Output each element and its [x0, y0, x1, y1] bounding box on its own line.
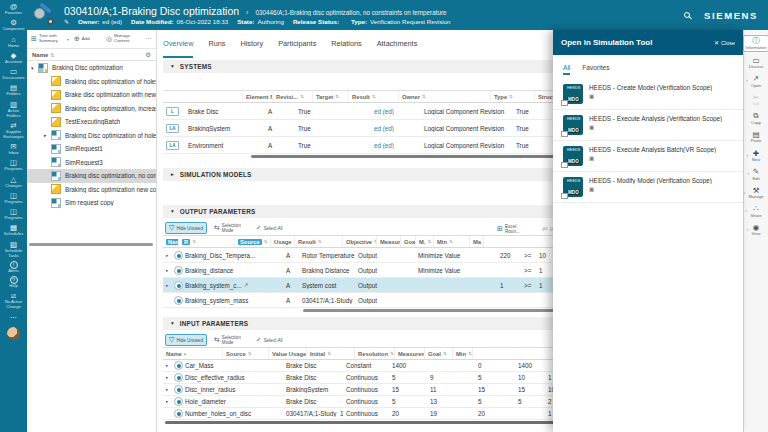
column-header[interactable]: Objective ⇅: [343, 236, 377, 247]
column-header[interactable]: Goal ⇅: [425, 348, 453, 359]
toolbar-button[interactable]: ⇆ Selection Mode: [214, 335, 249, 345]
tool-list-item[interactable]: HEEDS MDO HEEDS - Execute Analysis (Veri…: [553, 110, 743, 141]
column-header[interactable]: Name ▴: [163, 236, 179, 247]
close-button[interactable]: ✕ Close: [714, 39, 735, 46]
tab[interactable]: Runs: [208, 39, 225, 58]
column-header[interactable]: M. ⇅: [416, 236, 434, 247]
expand-caret-icon[interactable]: ▸: [166, 387, 172, 392]
expand-caret-icon[interactable]: ▸: [166, 283, 172, 288]
tab[interactable]: Participants: [278, 39, 316, 58]
command-button[interactable]: ✂ Cut: [751, 93, 762, 108]
toolbar-button[interactable]: ▽ Hide Unused: [165, 334, 207, 346]
tree-item[interactable]: Sim request copy: [27, 196, 156, 210]
add-button[interactable]: ⊕ Add: [74, 35, 90, 43]
tree-item[interactable]: Brake disc optimization with new cost: [27, 88, 156, 102]
column-header[interactable]: Ma: [470, 236, 484, 247]
expand-caret-icon[interactable]: ▸: [166, 268, 172, 273]
column-header[interactable]: Element Name ▴ ⚙: [243, 91, 273, 102]
app-icon[interactable]: [34, 5, 54, 25]
toolbar-button[interactable]: ⇆ Selection Mode: [214, 223, 249, 233]
expand-caret-icon[interactable]: ▸: [166, 363, 172, 368]
command-button[interactable]: ⧉ Copy: [749, 111, 763, 126]
command-button[interactable]: ‹ ∴ Share: [748, 204, 763, 219]
command-button[interactable]: ‹ ✚ New: [750, 149, 762, 164]
sidebar-item[interactable]: ▧ Schedule Tasks: [0, 240, 27, 259]
tab[interactable]: Attachments: [377, 39, 418, 58]
tab[interactable]: Relations: [331, 39, 361, 58]
sidebar-item[interactable]: [0, 324, 27, 340]
expand-caret-icon[interactable]: ▸: [166, 399, 172, 404]
sidebar-item[interactable]: ▭ Discussions: [0, 67, 27, 81]
sidebar-item[interactable]: ? Help: [0, 276, 27, 289]
column-header[interactable]: Min ⇅: [453, 348, 473, 359]
expand-caret-icon[interactable]: ▸: [166, 375, 172, 380]
tree-column-header[interactable]: Name ⇅ ⚙: [27, 49, 156, 61]
column-header[interactable]: Owner ⇅ ⚙: [399, 91, 491, 102]
column-header[interactable]: Target ⇅ ⚙: [313, 91, 349, 102]
sidebar-item[interactable]: ▦ Schedules: [0, 223, 27, 237]
tree-item[interactable]: Braking disc optimization new cost targe…: [27, 183, 156, 197]
column-header[interactable]: Initial ⇅: [307, 348, 355, 359]
sidebar-item[interactable]: ▥ Active Folders: [0, 100, 27, 119]
tool-list-item[interactable]: HEEDS MDO HEEDS - Execute Analysis Batch…: [553, 141, 743, 172]
sidebar-item[interactable]: ⚙ Component: [0, 18, 27, 32]
sidebar-item[interactable]: ⋯: [0, 313, 27, 322]
toolbar-button[interactable]: ▽ Hide Unused: [165, 222, 207, 234]
command-button[interactable]: ▤ Paste: [749, 130, 764, 145]
tree-item[interactable]: SimRequest1: [27, 142, 156, 156]
tree-item[interactable]: Braking disc optimization, no constraint…: [27, 169, 156, 183]
column-config-gear-icon[interactable]: ⚙: [145, 51, 151, 59]
column-header[interactable]: Goal ⇅: [401, 236, 416, 247]
expand-caret-icon[interactable]: ▸: [166, 253, 172, 258]
open-link-icon[interactable]: ↗: [244, 282, 249, 288]
column-header[interactable]: Name ▴: [163, 348, 223, 359]
sidebar-item[interactable]: △ Changes: [0, 175, 27, 189]
tree-item[interactable]: SimRequest3: [27, 156, 156, 170]
tree-item[interactable]: ▾ Braking Disc optimization: [27, 61, 156, 75]
toolbar-button[interactable]: ⊞ Excel Roun...: [497, 224, 532, 234]
panel-tab[interactable]: Favorites: [582, 64, 609, 75]
search-icon[interactable]: [684, 12, 690, 18]
sidebar-item[interactable]: ! Alerts: [0, 261, 27, 274]
owner-link[interactable]: ed (ed): [371, 108, 421, 115]
expand-caret-icon[interactable]: ▸: [44, 132, 51, 138]
column-header[interactable]: Source ⇅: [223, 348, 269, 359]
column-header[interactable]: ⚙: [163, 91, 243, 102]
command-button[interactable]: ▭ Discuss: [747, 56, 766, 71]
column-header[interactable]: Measure... ⇅: [377, 236, 401, 247]
more-button[interactable]: ⋯: [145, 35, 152, 43]
toolbar-button[interactable]: ✓ Select All: [256, 336, 283, 344]
sidebar-item[interactable]: ▤ Folders: [0, 83, 27, 97]
sidebar-item[interactable]: @ Favorites: [0, 2, 27, 16]
sidebar-item[interactable]: ⧄ No Active Change: [0, 291, 27, 310]
expand-caret-icon[interactable]: ▾: [31, 65, 38, 71]
toolbar-button[interactable]: ✓ Select All: [256, 224, 283, 232]
column-header[interactable]: Usage ⇅: [271, 236, 295, 247]
tab[interactable]: Overview: [163, 39, 193, 58]
column-header[interactable]: Revisi... ⇅ ⚙: [273, 91, 313, 102]
tree-item[interactable]: Braking disc optimization, increased max…: [27, 102, 156, 116]
tool-list-item[interactable]: HEEDS MDO HEEDS - Create Model (Verifica…: [553, 79, 743, 110]
tree-item[interactable]: ▸ Braking Disc optimization of hole: [27, 129, 156, 143]
summary-edit-icon[interactable]: ✎: [64, 18, 69, 25]
column-header[interactable]: Result ⇅: [295, 236, 343, 247]
owner-link[interactable]: ed (ed): [371, 142, 421, 149]
column-header[interactable]: Type ⇅ ⚙: [491, 91, 535, 102]
column-header[interactable]: R ⇅: [179, 236, 235, 247]
view-mode-button[interactable]: ⊞ Tree with Summary ▾: [31, 34, 69, 44]
column-header[interactable]: Resolution ⇅: [355, 348, 395, 359]
sidebar-item[interactable]: ⇄ Supplier Exchanges: [0, 121, 27, 140]
sidebar-item[interactable]: ⌂ Home: [0, 35, 27, 49]
tree-item[interactable]: Braking disc optimization of holes: [27, 75, 156, 89]
panel-tab[interactable]: All: [563, 64, 570, 75]
sidebar-item[interactable]: ✉ Inbox: [0, 142, 27, 156]
owner-link[interactable]: ed (ed): [371, 125, 421, 132]
tree-horizontal-scrollbar[interactable]: [29, 243, 153, 246]
sidebar-item[interactable]: ◫ Programs: [0, 191, 27, 205]
tree-item[interactable]: TestExecutingBatch: [27, 115, 156, 129]
command-button[interactable]: ‹ ⚒ Manage: [746, 186, 765, 201]
column-header[interactable]: Value Usage ⇅: [269, 348, 307, 359]
column-header[interactable]: Min ⇅: [434, 236, 470, 247]
sidebar-item[interactable]: ◆ Assistant: [0, 51, 27, 65]
sidebar-item[interactable]: ◫ Programs: [0, 207, 27, 221]
